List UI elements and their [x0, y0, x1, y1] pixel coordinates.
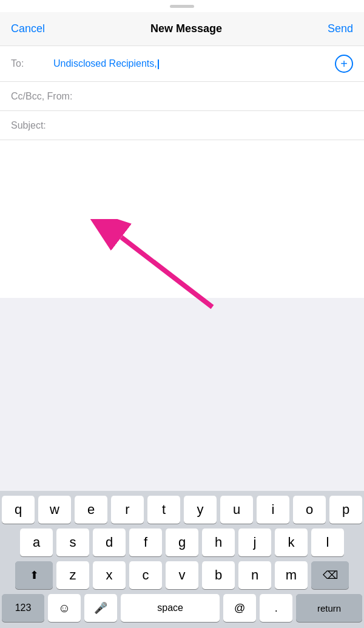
key-e[interactable]: e: [75, 496, 107, 524]
cc-bcc-label: Cc/Bcc, From:: [11, 91, 72, 102]
shift-key[interactable]: ⬆: [15, 561, 53, 589]
key-i[interactable]: i: [257, 496, 289, 524]
key-m[interactable]: m: [275, 561, 308, 589]
text-cursor: [158, 59, 159, 69]
key-w[interactable]: w: [38, 496, 71, 524]
key-n[interactable]: n: [238, 561, 271, 589]
to-value[interactable]: Undisclosed Recipients,: [53, 58, 335, 69]
keyboard-row-4: 123 ☺ 🎤 space @ . return: [2, 594, 362, 622]
key-f[interactable]: f: [129, 528, 162, 556]
key-a[interactable]: a: [20, 528, 53, 556]
nav-title: New Message: [150, 22, 222, 35]
cc-bcc-field-row[interactable]: Cc/Bcc, From:: [0, 82, 364, 111]
compose-area: To: Undisclosed Recipients, + Cc/Bcc, Fr…: [0, 46, 364, 140]
key-b[interactable]: b: [202, 561, 235, 589]
numbers-key[interactable]: 123: [2, 594, 44, 622]
key-g[interactable]: g: [166, 528, 198, 556]
send-button[interactable]: Send: [328, 22, 353, 35]
key-r[interactable]: r: [111, 496, 144, 524]
keyboard: q w e r t y u i o p a s d f g h j k l ⬆ …: [0, 491, 364, 628]
key-t[interactable]: t: [147, 496, 180, 524]
key-z[interactable]: z: [56, 561, 89, 589]
key-h[interactable]: h: [202, 528, 235, 556]
cancel-button[interactable]: Cancel: [11, 22, 45, 35]
message-body[interactable]: [0, 140, 364, 298]
key-u[interactable]: u: [220, 496, 253, 524]
at-key[interactable]: @: [223, 594, 256, 622]
key-l[interactable]: l: [311, 528, 344, 556]
key-k[interactable]: k: [275, 528, 308, 556]
to-field-row[interactable]: To: Undisclosed Recipients, +: [0, 46, 364, 82]
key-o[interactable]: o: [293, 496, 326, 524]
to-label: To:: [11, 58, 53, 69]
backspace-key[interactable]: ⌫: [311, 561, 349, 589]
key-c[interactable]: c: [129, 561, 162, 589]
status-bar: [0, 0, 364, 12]
key-y[interactable]: y: [184, 496, 217, 524]
space-key[interactable]: space: [121, 594, 220, 622]
key-x[interactable]: x: [93, 561, 126, 589]
nav-bar: Cancel New Message Send: [0, 12, 364, 46]
key-q[interactable]: q: [2, 496, 35, 524]
emoji-key[interactable]: ☺: [48, 594, 81, 622]
key-p[interactable]: p: [329, 496, 362, 524]
keyboard-row-2: a s d f g h j k l: [2, 528, 362, 556]
key-d[interactable]: d: [93, 528, 126, 556]
keyboard-row-1: q w e r t y u i o p: [2, 496, 362, 524]
key-s[interactable]: s: [56, 528, 89, 556]
return-key[interactable]: return: [296, 594, 362, 622]
subject-label: Subject:: [11, 120, 53, 131]
subject-field-row[interactable]: Subject:: [0, 111, 364, 140]
microphone-key[interactable]: 🎤: [84, 594, 117, 622]
keyboard-row-3: ⬆ z x c v b n m ⌫: [2, 561, 362, 589]
add-contact-button[interactable]: +: [335, 55, 353, 73]
key-j[interactable]: j: [238, 528, 271, 556]
status-bar-handle: [170, 5, 194, 8]
period-key[interactable]: .: [260, 594, 292, 622]
key-v[interactable]: v: [166, 561, 198, 589]
